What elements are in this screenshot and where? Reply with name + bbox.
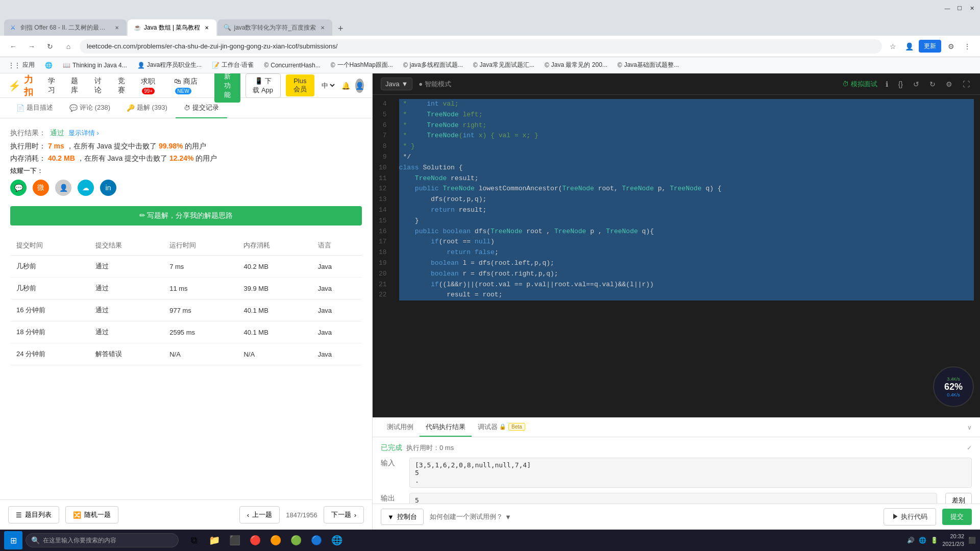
line-number: 9: [379, 152, 387, 163]
bookmark-btn[interactable]: ☆: [886, 40, 899, 53]
bookmarks-yuque[interactable]: 📝 工作台·语雀: [208, 59, 258, 71]
tab-comments[interactable]: 💬 评论 (238): [61, 98, 118, 118]
line-number: 10: [379, 163, 387, 173]
tab-close-2[interactable]: ✕: [203, 24, 210, 31]
how-to-test[interactable]: 如何创建一个测试用例？ ▼: [430, 512, 511, 521]
cell-result[interactable]: 解答错误: [89, 343, 163, 365]
nav-shop[interactable]: 🛍 商店 NEW: [171, 75, 204, 96]
extensions-btn[interactable]: ⚙: [944, 40, 958, 53]
bookmarks-java-basic[interactable]: © Java基础面试题整...: [614, 59, 683, 71]
minimize-btn[interactable]: —: [943, 4, 951, 12]
table-row[interactable]: 18 分钟前 通过 2595 ms 40.1 MB Java: [10, 321, 362, 343]
new-tab-btn[interactable]: +: [333, 21, 348, 36]
bookmarks-java-career[interactable]: 👤 Java程序员职业生...: [133, 59, 206, 71]
share-wechat[interactable]: 💬: [10, 180, 27, 196]
settings-btn[interactable]: ⚙: [944, 78, 954, 90]
browser-tab-1[interactable]: ⚔ 剑指 Offer 68 - II. 二叉树的最近... ✕: [4, 19, 127, 36]
nav-contest[interactable]: 竞赛: [115, 74, 130, 97]
bookmarks-apps[interactable]: ⋮⋮ 应用: [4, 59, 39, 71]
update-btn[interactable]: 更新: [919, 40, 941, 53]
cell-result[interactable]: 通过: [89, 278, 163, 299]
bookmarks-hashmap[interactable]: © 一个HashMap跟面...: [327, 59, 397, 71]
tab-close-1[interactable]: ✕: [113, 24, 120, 31]
taskbar-app6[interactable]: 🟢: [287, 531, 305, 549]
tab-submissions[interactable]: ⏱ 提交记录: [176, 98, 227, 118]
notification-btn[interactable]: 🔔: [341, 79, 350, 92]
share-profile[interactable]: 👤: [55, 180, 71, 196]
tab-solutions[interactable]: 🔑 题解 (393): [118, 98, 176, 118]
lang-select[interactable]: 中: [320, 81, 336, 90]
taskbar-vscode[interactable]: 🔵: [307, 531, 326, 549]
plus-btn[interactable]: Plus 会员: [286, 74, 314, 96]
bookmarks-java200[interactable]: © Java 最常见的 200...: [541, 59, 611, 71]
lang-dropdown[interactable]: Java ▼: [381, 78, 412, 90]
close-btn[interactable]: ✕: [968, 4, 976, 12]
nav-problems[interactable]: 题库: [68, 74, 83, 97]
table-row[interactable]: 几秒前 通过 11 ms 39.9 MB Java: [10, 278, 362, 299]
taskbar-chrome[interactable]: 🌐: [328, 531, 346, 549]
fullscreen-btn[interactable]: ⛶: [961, 78, 972, 90]
browser-frame: — ☐ ✕ ⚔ 剑指 Offer 68 - II. 二叉树的最近... ✕ ☕ …: [0, 0, 980, 551]
share-weibo[interactable]: 微: [33, 180, 49, 196]
maximize-btn[interactable]: ☐: [955, 4, 964, 12]
menu-btn[interactable]: ⋮: [961, 40, 974, 53]
test-panel-expand[interactable]: ∨: [967, 424, 972, 431]
run-code-btn[interactable]: ▶ 执行代码: [884, 508, 936, 525]
refresh-btn[interactable]: ↻: [43, 39, 57, 54]
taskbar-file-explorer[interactable]: 📁: [205, 531, 224, 549]
share-linkedin[interactable]: in: [100, 180, 116, 196]
taskbar-app5[interactable]: 🟠: [266, 531, 285, 549]
address-input[interactable]: [80, 39, 882, 54]
bookmarks-java-interview[interactable]: © Java常见面试题汇...: [469, 59, 538, 71]
test-tab-debugger[interactable]: 调试器 🔒 Beta: [472, 418, 531, 437]
nav-jobs[interactable]: 求职 99+: [138, 75, 163, 96]
taskbar-search[interactable]: 🔍 在这里输入你要搜索的内容: [26, 533, 179, 547]
info-btn[interactable]: ℹ: [884, 78, 890, 90]
bookmarks-concurrent[interactable]: © ConcurrentHash...: [260, 59, 324, 71]
test-tab-cases[interactable]: 测试用例: [381, 418, 420, 437]
random-problem-btn[interactable]: 🔀 随机一题: [65, 506, 118, 523]
profile-btn[interactable]: 👤: [902, 40, 916, 53]
bookmarks-thinking-java[interactable]: 📖 Thinking in Java 4...: [59, 59, 131, 71]
redo-btn[interactable]: ↻: [927, 78, 938, 90]
table-row[interactable]: 16 分钟前 通过 977 ms 40.1 MB Java: [10, 299, 362, 321]
share-section: 炫耀一下： 💬 微 👤 ☁ in: [10, 166, 362, 196]
taskbar-task-view[interactable]: ⧉: [185, 531, 203, 549]
nav-study[interactable]: 学习: [45, 74, 60, 97]
taskbar-terminal[interactable]: ⬛: [226, 531, 244, 549]
share-cloud[interactable]: ☁: [78, 180, 94, 196]
start-btn[interactable]: ⊞: [4, 531, 22, 549]
mock-interview-btn[interactable]: ⏱ 模拟面试: [842, 80, 877, 89]
taskbar-idea[interactable]: 🔴: [246, 531, 264, 549]
problem-list-btn[interactable]: ☰ 题目列表: [8, 506, 59, 523]
forward-btn[interactable]: →: [24, 39, 39, 54]
nav-discuss[interactable]: 讨论: [91, 74, 107, 97]
cell-result[interactable]: 通过: [89, 321, 163, 343]
code-area[interactable]: 45678910111213141516171819202122 * int v…: [373, 95, 980, 417]
tab-description[interactable]: 📄 题目描述: [8, 98, 61, 118]
submit-btn[interactable]: 提交: [942, 509, 972, 525]
cell-result[interactable]: 通过: [89, 256, 163, 278]
undo-btn[interactable]: ↺: [911, 78, 921, 90]
bookmarks-multithread[interactable]: © java多线程面试题...: [399, 59, 467, 71]
prev-problem-btn[interactable]: ‹ 上一题: [239, 506, 280, 523]
tab-close-3[interactable]: ✕: [319, 24, 326, 31]
console-btn[interactable]: ▼ 控制台: [381, 509, 424, 525]
diff-btn[interactable]: 差别: [945, 493, 972, 504]
test-tab-result[interactable]: 代码执行结果: [420, 418, 472, 437]
back-btn[interactable]: ←: [6, 39, 20, 54]
show-detail-link[interactable]: 显示详情 ›: [68, 129, 99, 138]
bookmarks-icon[interactable]: 🌐: [41, 59, 57, 71]
table-row[interactable]: 几秒前 通过 7 ms 40.2 MB Java: [10, 256, 362, 278]
browser-tab-3[interactable]: 🔍 java数字转化为字符_百度搜索 ✕: [217, 19, 332, 36]
avatar[interactable]: 👤: [355, 79, 364, 93]
download-app-btn[interactable]: 📱 下载 App: [246, 73, 281, 98]
format-btn[interactable]: {}: [896, 78, 905, 90]
table-row[interactable]: 24 分钟前 解答错误 N/A N/A Java: [10, 343, 362, 365]
cell-result[interactable]: 通过: [89, 299, 163, 321]
next-problem-btn[interactable]: 下一题 ›: [324, 506, 364, 523]
write-solution-btn[interactable]: ✏ 写题解，分享我的解题思路: [10, 206, 362, 226]
code-content[interactable]: * int val; * TreeNode left; * TreeNode r…: [393, 95, 980, 417]
home-btn[interactable]: ⌂: [61, 39, 76, 54]
browser-tab-2[interactable]: ☕ Java 数组 | 菜鸟教程 ✕: [128, 19, 216, 36]
